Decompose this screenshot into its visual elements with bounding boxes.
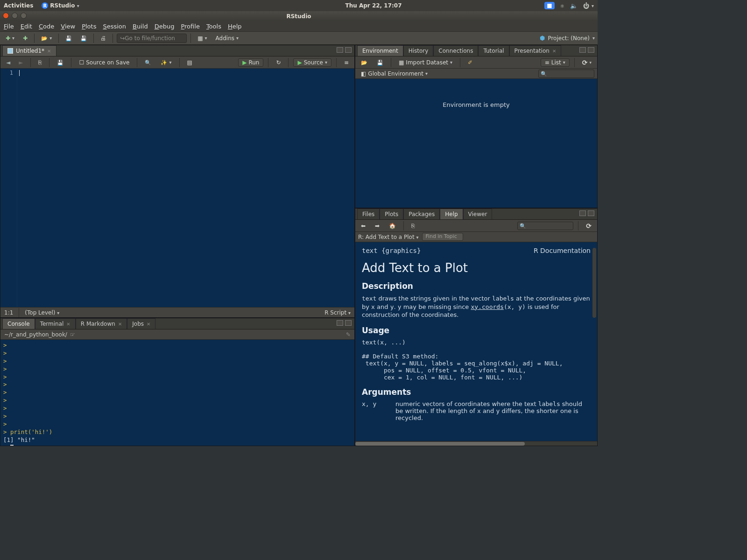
env-search-input[interactable]	[538, 70, 594, 78]
help-content[interactable]: text {graphics} R Documentation Add Text…	[355, 242, 597, 441]
console[interactable]: >>>>>>>>>>>> print('hi!')[1] "hi!">	[0, 340, 354, 446]
source-on-save-toggle[interactable]: ☐ Source on Save	[76, 58, 132, 67]
notebook-button[interactable]	[184, 58, 195, 67]
window-maximize-button[interactable]	[21, 13, 27, 19]
tab-help[interactable]: Help	[440, 209, 463, 219]
help-popout-button[interactable]	[409, 222, 417, 230]
help-refresh-button[interactable]: ⟳	[583, 221, 594, 231]
menu-profile[interactable]: Profile	[181, 23, 199, 30]
tab-terminal[interactable]: Terminal ✕	[35, 318, 76, 329]
env-view-picker[interactable]: ≡ List ▾	[541, 58, 570, 67]
nav-fwd-button[interactable]	[16, 58, 26, 67]
env-refresh-button[interactable]: ⟳▾	[579, 58, 594, 67]
close-icon[interactable]: ✕	[147, 322, 150, 327]
print-button[interactable]	[98, 34, 109, 42]
clear-console-icon[interactable]	[346, 331, 351, 338]
find-button[interactable]	[142, 58, 154, 67]
code-editor[interactable]: 1	[0, 69, 354, 307]
menu-edit[interactable]: Edit	[21, 23, 32, 30]
window-minimize-button[interactable]	[12, 13, 18, 19]
close-icon[interactable]: ✕	[66, 322, 70, 327]
menu-file[interactable]: File	[4, 23, 14, 30]
help-breadcrumb[interactable]: R: Add Text to a Plot ▾	[358, 234, 418, 240]
save-source-button[interactable]	[54, 58, 66, 67]
close-icon[interactable]: ✕	[47, 49, 51, 54]
find-in-topic-input[interactable]: Find in Topic	[422, 233, 463, 241]
pane-minimize-button[interactable]	[337, 47, 343, 53]
help-search-input[interactable]	[517, 222, 573, 230]
tab-jobs[interactable]: Jobs ✕	[127, 318, 155, 329]
help-fwd-button[interactable]	[372, 222, 382, 230]
pane-maximize-button[interactable]	[588, 210, 594, 216]
pane-minimize-button[interactable]	[579, 210, 586, 216]
rerun-button[interactable]	[273, 58, 283, 67]
source-tab-untitled[interactable]: Untitled1* ✕	[2, 45, 56, 56]
help-hscrollbar[interactable]	[355, 441, 597, 446]
grid-button[interactable]: ▾	[195, 34, 210, 42]
scrollbar-thumb[interactable]	[355, 442, 525, 446]
close-icon[interactable]: ✕	[118, 322, 122, 327]
console-wd[interactable]: ~/r_and_python_book/	[4, 331, 67, 338]
goto-input[interactable]: ↪ Go to file/function	[117, 34, 187, 43]
save-all-button[interactable]	[78, 34, 90, 42]
menu-plots[interactable]: Plots	[82, 23, 96, 30]
open-file-button[interactable]: ▾	[38, 34, 55, 42]
load-workspace-button[interactable]	[358, 58, 370, 67]
popout-button[interactable]	[35, 58, 44, 67]
help-back-button[interactable]	[358, 222, 368, 230]
network-icon[interactable]	[560, 2, 565, 9]
tab-files[interactable]: Files	[357, 209, 380, 219]
tab-rmarkdown[interactable]: R Markdown ✕	[76, 318, 127, 329]
outline-button[interactable]: ≡	[341, 58, 352, 67]
filetype-picker[interactable]: R Script ▾	[324, 309, 351, 316]
xy-coords-link[interactable]: xy.coords	[471, 303, 504, 310]
addins-button[interactable]: Addins ▾	[213, 34, 241, 42]
menu-view[interactable]: View	[61, 23, 75, 30]
activities-button[interactable]: Activities	[4, 2, 33, 9]
pane-maximize-button[interactable]	[588, 47, 594, 53]
menu-help[interactable]: Help	[228, 23, 242, 30]
new-file-button[interactable]: ▾	[3, 34, 17, 42]
tab-connections[interactable]: Connections	[433, 45, 478, 56]
menu-tools[interactable]: Tools	[206, 23, 221, 30]
run-button[interactable]: Run	[238, 58, 263, 67]
pane-minimize-button[interactable]	[579, 47, 586, 53]
volume-icon[interactable]	[570, 2, 578, 9]
wd-go-icon[interactable]: ☞	[70, 331, 75, 338]
zoom-indicator[interactable]: ■	[544, 2, 554, 9]
menu-code[interactable]: Code	[39, 23, 54, 30]
nav-back-button[interactable]	[3, 58, 13, 67]
source-toolbar: ☐ Source on Save ▾ Run Source ▾ ≡	[0, 56, 354, 69]
window-close-button[interactable]	[3, 13, 9, 19]
tab-environment[interactable]: Environment	[357, 45, 403, 56]
close-icon[interactable]: ✕	[552, 49, 556, 54]
file-icon	[7, 48, 13, 54]
import-dataset-button[interactable]: Import Dataset ▾	[396, 58, 455, 67]
pane-maximize-button[interactable]	[345, 320, 352, 326]
tab-presentation[interactable]: Presentation ✕	[509, 45, 562, 56]
clear-env-button[interactable]	[465, 58, 475, 67]
tab-history[interactable]: History	[403, 45, 434, 56]
save-button[interactable]	[63, 34, 75, 42]
save-workspace-button[interactable]	[374, 58, 386, 67]
help-home-button[interactable]	[386, 222, 399, 230]
tab-tutorial[interactable]: Tutorial	[478, 45, 509, 56]
env-scope-picker[interactable]: ◧ Global Environment ▾	[358, 70, 430, 78]
new-project-button[interactable]	[20, 34, 30, 42]
menu-build[interactable]: Build	[133, 23, 148, 30]
app-indicator[interactable]: RRStudio ▾	[42, 2, 79, 9]
pane-minimize-button[interactable]	[337, 320, 343, 326]
project-picker[interactable]: Project: (None) ▾	[540, 35, 595, 42]
wand-button[interactable]: ▾	[158, 58, 174, 67]
tab-console[interactable]: Console	[2, 318, 35, 329]
power-icon[interactable]: ▾	[583, 2, 594, 9]
source-button[interactable]: Source ▾	[293, 58, 331, 67]
pane-maximize-button[interactable]	[345, 47, 352, 53]
menu-session[interactable]: Session	[103, 23, 126, 30]
menu-debug[interactable]: Debug	[155, 23, 175, 30]
scope-picker[interactable]: (Top Level) ▾	[25, 309, 59, 316]
tab-viewer[interactable]: Viewer	[463, 209, 493, 219]
tab-plots[interactable]: Plots	[380, 209, 403, 219]
tab-packages[interactable]: Packages	[403, 209, 440, 219]
scrollbar-thumb[interactable]	[592, 248, 596, 318]
